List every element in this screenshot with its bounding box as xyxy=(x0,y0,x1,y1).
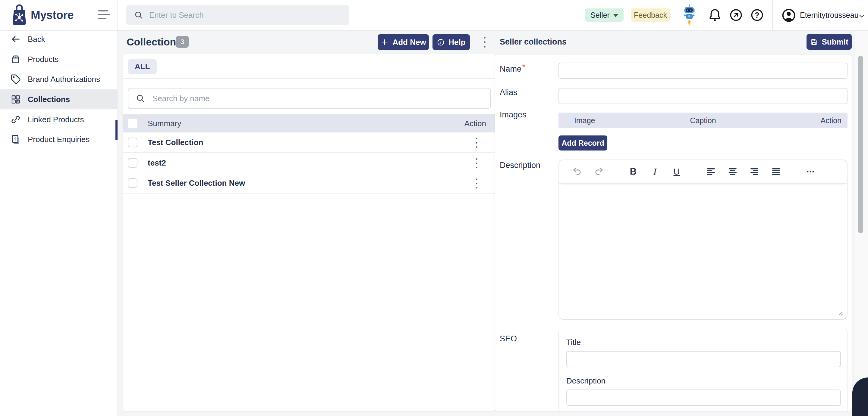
undo-icon[interactable] xyxy=(570,164,584,179)
more-formatting-icon[interactable] xyxy=(804,164,817,179)
mystore-logo-icon[interactable] xyxy=(11,4,28,27)
seo-title-label: Title xyxy=(566,338,581,347)
assistant-bot-icon[interactable] xyxy=(682,4,697,27)
user-avatar[interactable] xyxy=(781,8,796,23)
collections-list-card: ALL Summary Action Test Collection test2 xyxy=(123,54,496,411)
align-right-icon[interactable] xyxy=(748,164,761,179)
row-actions-icon[interactable] xyxy=(471,155,482,171)
whats-new-icon[interactable] xyxy=(729,8,743,22)
underline-button[interactable]: U xyxy=(670,164,683,179)
row-checkbox[interactable] xyxy=(128,158,137,168)
enquiry-document-icon: ? xyxy=(10,134,21,144)
name-label: Name* xyxy=(500,63,525,74)
help-circle-icon[interactable]: ? xyxy=(750,8,764,22)
table-row[interactable]: Test Collection xyxy=(123,133,496,153)
link-icon xyxy=(10,114,21,125)
more-options-icon[interactable] xyxy=(479,34,490,50)
search-icon xyxy=(134,10,143,20)
package-icon xyxy=(10,54,21,64)
sidebar-item-linked-products[interactable]: Linked Products xyxy=(0,110,118,130)
top-header: Mystore Seller Feedback xyxy=(0,0,868,31)
table-row[interactable]: Test Seller Collection New xyxy=(123,173,496,194)
arrow-left-icon xyxy=(10,34,21,44)
caption-column-header: Caption xyxy=(558,116,847,125)
seo-description-label: Description xyxy=(566,376,606,386)
sidebar-item-label: Linked Products xyxy=(28,115,84,124)
add-record-button[interactable]: Add Record xyxy=(558,135,607,150)
table-row[interactable]: test2 xyxy=(123,153,496,173)
bold-button[interactable]: B xyxy=(627,164,640,179)
seo-label: SEO xyxy=(500,334,517,343)
row-actions-icon[interactable] xyxy=(471,175,482,191)
name-field[interactable] xyxy=(558,63,847,79)
resize-handle-icon[interactable] xyxy=(838,311,844,317)
align-justify-icon[interactable] xyxy=(770,164,783,179)
page-scrollbar-thumb[interactable] xyxy=(858,56,863,233)
svg-text:?: ? xyxy=(14,137,17,141)
page-title: Collections xyxy=(127,33,182,51)
tabs-row: ALL xyxy=(123,54,496,79)
redo-icon[interactable] xyxy=(592,164,606,179)
feedback-button[interactable]: Feedback xyxy=(631,8,670,22)
app-root: Mystore Seller Feedback xyxy=(0,0,868,416)
sidebar-item-label: Brand Authorizations xyxy=(28,75,100,84)
collection-search-input[interactable] xyxy=(128,88,491,109)
sidebar-item-brand-authorizations[interactable]: Brand Authorizations xyxy=(0,69,118,89)
seller-role-dropdown[interactable]: Seller xyxy=(585,8,624,22)
seo-description-field[interactable] xyxy=(566,389,841,406)
image-column-header: Image xyxy=(574,116,595,125)
username-label[interactable]: Eternitytrousseau xyxy=(800,0,859,30)
form-panel-title: Seller collections xyxy=(500,33,567,51)
save-icon xyxy=(810,38,818,46)
images-label: Images xyxy=(500,110,527,119)
sidebar-item-collections[interactable]: Collections xyxy=(0,90,118,109)
align-left-icon[interactable] xyxy=(704,164,718,179)
italic-button[interactable]: I xyxy=(648,164,661,179)
description-editor-body[interactable] xyxy=(560,184,847,319)
sidebar-item-label: Collections xyxy=(28,95,70,104)
select-all-checkbox[interactable] xyxy=(128,118,137,128)
row-actions-icon[interactable] xyxy=(471,135,482,150)
alias-label: Alias xyxy=(500,88,518,97)
sidebar-item-product-enquiries[interactable]: ? Product Enquiries xyxy=(0,130,118,149)
sidebar-item-products[interactable]: Products xyxy=(0,49,118,69)
svg-text:?: ? xyxy=(755,11,759,19)
collection-search xyxy=(128,88,491,109)
brand-name[interactable]: Mystore xyxy=(31,0,73,30)
collection-name: test2 xyxy=(148,158,166,168)
action-column-header: Action xyxy=(464,119,486,128)
description-label: Description xyxy=(500,161,540,170)
sidebar-item-label: Product Enquiries xyxy=(28,135,90,144)
header-divider xyxy=(772,0,773,30)
sidebar-item-label: Back xyxy=(28,35,45,44)
images-table-header: Caption Image Action xyxy=(558,112,847,128)
description-rich-text-editor: B I U xyxy=(558,160,847,320)
help-button[interactable]: Help xyxy=(433,34,470,50)
hamburger-menu-icon[interactable] xyxy=(98,10,112,21)
action-column-header: Action xyxy=(821,116,841,125)
page-scrollbar-track xyxy=(855,31,868,416)
info-icon xyxy=(437,38,445,46)
alias-field[interactable] xyxy=(558,88,847,104)
editor-toolbar: B I U xyxy=(559,160,847,184)
tab-all[interactable]: ALL xyxy=(128,59,157,74)
row-checkbox[interactable] xyxy=(128,138,137,147)
submit-button[interactable]: Submit xyxy=(807,34,852,50)
seo-title-field[interactable] xyxy=(566,351,841,367)
user-menu-chevron-icon[interactable] xyxy=(858,12,866,20)
required-asterisk: * xyxy=(522,63,525,72)
global-search-input[interactable] xyxy=(126,5,349,25)
global-search xyxy=(126,5,349,25)
row-checkbox[interactable] xyxy=(128,178,137,188)
plus-icon xyxy=(380,38,389,46)
align-center-icon[interactable] xyxy=(726,164,739,179)
seller-collection-form-card: Name* Alias Images Caption Image Action … xyxy=(495,55,852,411)
table-header: Summary Action xyxy=(123,114,496,133)
summary-column-header: Summary xyxy=(148,119,181,128)
add-new-button[interactable]: Add New xyxy=(378,34,429,50)
collection-name: Test Seller Collection New xyxy=(148,178,245,188)
notifications-bell-icon[interactable] xyxy=(708,8,722,22)
collections-count-badge: 3 xyxy=(176,36,189,48)
sidebar-item-label: Products xyxy=(28,55,59,64)
sidebar-item-back[interactable]: Back xyxy=(0,29,118,49)
